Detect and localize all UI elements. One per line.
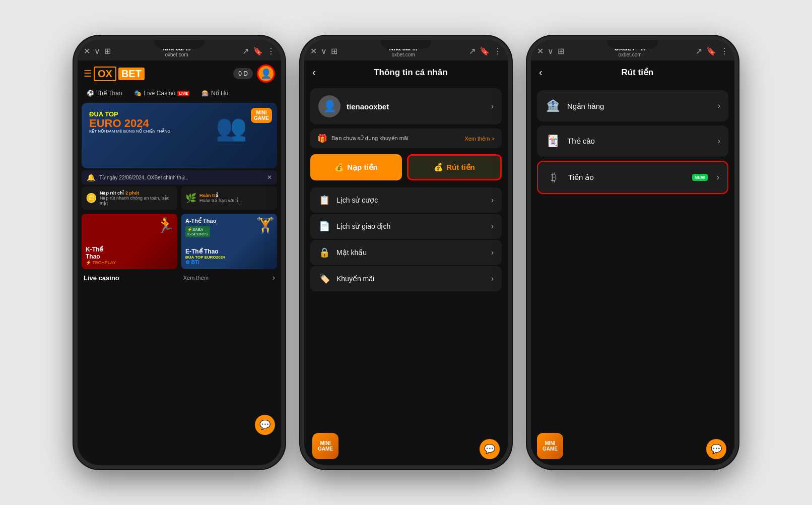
promo-text-1: Nạp rút chỉ 2 phút Nạp rút nhanh chóng a… [100, 191, 173, 206]
profile-row[interactable]: 👤 tienaooxbet › [310, 88, 502, 124]
rut-item-ngan-hang-label: Ngân hàng [567, 102, 711, 110]
more-icon-3[interactable]: ⋮ [720, 46, 728, 56]
chevron-down-icon-3[interactable]: ∨ [548, 46, 554, 56]
profile-page-title: Thông tin cá nhân [322, 68, 500, 78]
promo-cards: 🪙 Nạp rút chỉ 2 phút Nạp rút nhanh chóng… [82, 186, 277, 210]
promo-banner-link[interactable]: Xem thêm > [464, 136, 495, 142]
menu-icon[interactable]: ☰ [84, 68, 92, 79]
new-badge: NEW [692, 174, 708, 181]
rut-item-ngan-hang[interactable]: 🏦 Ngân hàng › [537, 90, 728, 121]
mini-game-fab-3[interactable]: MINIGAME [537, 433, 563, 459]
bti-label: ⚙ BTi [185, 260, 225, 265]
casino-icon: 🎭 [134, 90, 142, 97]
close-icon[interactable]: ✕ [84, 46, 90, 56]
notification-bar: 🔔 Từ ngày 22/06/2024, OXBet chính thứ...… [82, 170, 277, 184]
withdraw-button[interactable]: 💰 Rút tiền [407, 154, 502, 180]
mini-game-fab-2[interactable]: MINIGAME [312, 433, 339, 459]
live-casino-title: Live casino [84, 274, 119, 282]
chevron-right-the-cao: › [718, 137, 720, 146]
share-icon[interactable]: ↗ [242, 46, 249, 56]
share-icon-2[interactable]: ↗ [469, 46, 476, 56]
chat-fab-3[interactable]: 💬 [706, 439, 726, 459]
browser-url: oxbet.com [165, 52, 188, 57]
chevron-down-icon[interactable]: ∨ [94, 46, 100, 56]
sport-card-k-title: K-ThểThao [86, 246, 116, 260]
phone-notch-2 [381, 40, 431, 49]
phone-3: ✕ ∨ ⊞ OXBET - ... oxbet.com ↗ 🔖 ⋮ ‹ Rút … [527, 36, 738, 469]
chevron-down-icon-2[interactable]: ∨ [321, 46, 327, 56]
header-right: 0 D 👤 [233, 65, 275, 83]
see-more-button[interactable]: Xem thêm [183, 275, 209, 281]
tab-the-thao[interactable]: ⚽ Thể Thao [82, 87, 127, 101]
phone-notch-3 [607, 40, 658, 49]
leaf-icon: 🌿 [185, 193, 196, 204]
oxbet-header: ☰ OX BET 0 D 👤 [78, 60, 281, 87]
browser-url-2: oxbet.com [391, 52, 415, 57]
banner-players: 👥 [216, 113, 247, 142]
slots-icon: 🎰 [201, 90, 209, 97]
chat-fab-2[interactable]: 💬 [480, 439, 500, 459]
menu-item-lich-su-gd[interactable]: 📄 Lịch sử giao dịch › [310, 214, 502, 239]
chat-fab-1[interactable]: 💬 [255, 415, 275, 435]
chevron-right-1: › [491, 196, 494, 205]
phone-3-screen: ✕ ∨ ⊞ OXBET - ... oxbet.com ↗ 🔖 ⋮ ‹ Rút … [531, 40, 734, 465]
chevron-right-4: › [491, 274, 494, 283]
deposit-button[interactable]: 💰 Nạp tiền [310, 154, 402, 180]
chevron-right-tien-ao: › [717, 173, 719, 182]
tab-no-hu[interactable]: 🎰 Nổ Hũ [196, 87, 233, 101]
promo-desc-1: Nạp rút nhanh chóng an toàn, bảo mật [100, 196, 173, 206]
sport-card-k-sub: ⚡ TECHPLAY [86, 260, 116, 265]
nav-tabs: ⚽ Thể Thao 🎭 Live Casino LIVE 🎰 Nổ Hũ [78, 87, 281, 101]
deposit-icon: 💰 [334, 163, 344, 172]
more-icon-2[interactable]: ⋮ [494, 46, 502, 56]
bell-icon: 🔔 [87, 173, 95, 181]
close-icon-2[interactable]: ✕ [310, 46, 317, 56]
promo-banner-text: Bạn chưa sử dụng khuyến mãi [331, 135, 460, 142]
menu-item-mat-khau-label: Mật khẩu [336, 248, 485, 257]
sport-card-e-title: E-Thể Thao [185, 248, 225, 255]
menu-item-lich-su-cuoc-label: Lịch sử cược [336, 196, 485, 204]
main-banner: ĐUA TOP EURO 2024 KẾT NỐI ĐAM MÊ BÙNG NỔ… [82, 103, 277, 168]
back-button-2[interactable]: ‹ [312, 67, 316, 78]
menu-item-khuyen-mai[interactable]: 🏷️ Khuyến mãi › [310, 266, 502, 291]
rut-item-the-cao[interactable]: 🃏 Thẻ cào › [537, 125, 728, 157]
promo-card-1[interactable]: 🪙 Nạp rút chỉ 2 phút Nạp rút nhanh chóng… [82, 186, 177, 210]
balance-display: 0 D [233, 68, 253, 79]
withdraw-icon: 💰 [434, 163, 443, 172]
rut-item-tien-ao-label: Tiền ảo [568, 173, 685, 182]
tabs-icon-2[interactable]: ⊞ [331, 46, 337, 56]
deposit-label: Nạp tiền [347, 163, 378, 172]
tabs-icon[interactable]: ⊞ [104, 46, 111, 56]
bookmark-icon[interactable]: 🔖 [253, 46, 263, 56]
profile-username: tienaooxbet [347, 102, 485, 111]
tab-live-casino[interactable]: 🎭 Live Casino LIVE [129, 87, 194, 101]
bookmark-icon-2[interactable]: 🔖 [480, 46, 490, 56]
phone-notch-1 [154, 40, 205, 49]
more-icon[interactable]: ⋮ [267, 46, 275, 56]
promo-card-2[interactable]: 🌿 Hoàn trả Hoàn trả hạn với tỉ... [181, 186, 277, 210]
phone-1-screen: ✕ ∨ ⊞ Nhà cái ... oxbet.com ↗ 🔖 ⋮ ☰ OX B… [78, 40, 281, 465]
bookmark-icon-3[interactable]: 🔖 [706, 46, 716, 56]
sport-card-e[interactable]: 🏋️ A-Thể Thao ⚡SABAE-SPORTS E-Thể Thao Đ… [181, 214, 277, 269]
browser-url-3: oxbet.com [618, 52, 641, 57]
rut-item-tien-ao[interactable]: ₿ Tiền ảo NEW › [537, 161, 728, 194]
tabs-icon-3[interactable]: ⊞ [558, 46, 564, 56]
close-icon-3[interactable]: ✕ [537, 46, 544, 56]
sport-card-k[interactable]: 🏃 K-ThểThao ⚡ TECHPLAY [82, 214, 177, 269]
back-button-3[interactable]: ‹ [539, 67, 543, 78]
avatar[interactable]: 👤 [257, 65, 275, 83]
banner-main-title: EURO 2024 [89, 118, 170, 129]
bitcoin-icon: ₿ [546, 171, 561, 184]
sport-card-k-label: K-ThểThao ⚡ TECHPLAY [86, 246, 116, 265]
close-notif-icon[interactable]: ✕ [267, 174, 272, 181]
share-icon-3[interactable]: ↗ [696, 46, 702, 56]
phone-1: ✕ ∨ ⊞ Nhà cái ... oxbet.com ↗ 🔖 ⋮ ☰ OX B… [74, 36, 285, 469]
chevron-right-profile: › [491, 102, 494, 111]
bank-icon: 🏦 [545, 99, 560, 112]
tab-no-hu-label: Nổ Hũ [211, 90, 228, 97]
profile-menu-list: 📋 Lịch sử cược › 📄 Lịch sử giao dịch › 🔒… [304, 187, 508, 327]
menu-item-mat-khau[interactable]: 🔒 Mật khẩu › [310, 240, 502, 265]
menu-item-lich-su-cuoc[interactable]: 📋 Lịch sử cược › [310, 187, 502, 213]
live-badge: LIVE [177, 91, 189, 96]
promo-title-1: Nạp rút chỉ 2 phút [100, 191, 173, 196]
